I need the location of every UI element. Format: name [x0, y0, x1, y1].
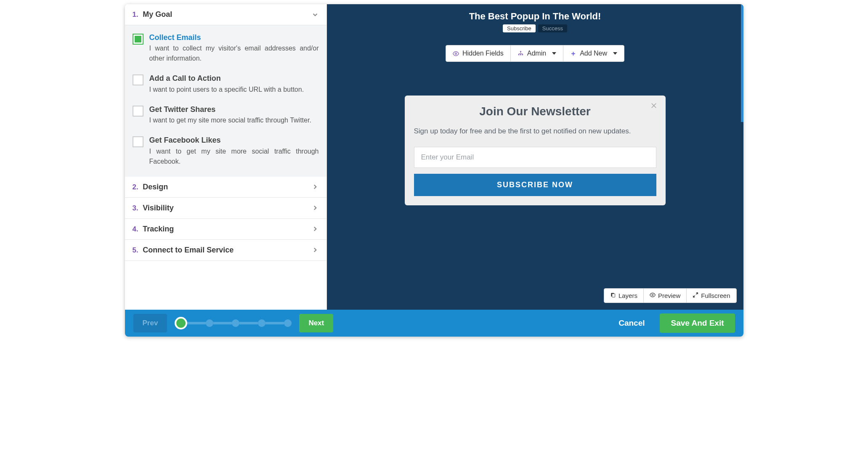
chevron-right-icon: [311, 183, 319, 191]
popup-title: The Best Popup In The World!: [469, 11, 601, 22]
step-dot-4[interactable]: [258, 319, 265, 327]
eye-icon: [650, 292, 656, 299]
prev-button[interactable]: Prev: [133, 314, 167, 332]
expand-icon: [693, 292, 698, 299]
app-frame: 1. My Goal Collect Emails I want to coll…: [125, 4, 743, 337]
goal-options-panel: Collect Emails I want to collect my visi…: [125, 25, 326, 177]
section-num: 4.: [133, 225, 138, 233]
section-label: Design: [143, 183, 168, 191]
checkbox-icon: [133, 34, 143, 45]
svg-point-0: [455, 53, 457, 54]
fullscreen-button[interactable]: Fullscreen: [687, 289, 736, 303]
checkbox-icon: [133, 136, 143, 147]
svg-rect-4: [522, 54, 523, 55]
section-label: Tracking: [143, 225, 174, 233]
layers-button[interactable]: Layers: [604, 289, 644, 303]
tab-subscribe[interactable]: Subscribe: [503, 24, 536, 32]
close-icon[interactable]: [650, 101, 658, 112]
toolbar-label: Add New: [580, 50, 607, 57]
svg-marker-5: [552, 52, 556, 55]
chevron-right-icon: [311, 204, 319, 212]
section-label: Connect to Email Service: [143, 246, 234, 254]
step-line: [187, 322, 206, 324]
plus-icon: [570, 50, 576, 57]
goal-title: Add a Call to Action: [149, 74, 304, 83]
state-tabs: Subscribe Success: [503, 24, 567, 32]
accordion-email-service[interactable]: 5. Connect to Email Service: [125, 240, 326, 261]
goal-desc: I want to get my site more social traffi…: [149, 146, 319, 167]
main-row: 1. My Goal Collect Emails I want to coll…: [125, 4, 743, 310]
accordion-my-goal[interactable]: 1. My Goal: [125, 4, 326, 25]
section-num: 2.: [133, 183, 138, 191]
sidebar: 1. My Goal Collect Emails I want to coll…: [125, 4, 327, 310]
next-button[interactable]: Next: [299, 314, 333, 332]
eye-icon: [453, 50, 459, 57]
section-num: 1.: [133, 11, 138, 19]
footer-bar: Prev Next Cancel Save And Exit: [125, 310, 743, 337]
tab-success[interactable]: Success: [538, 24, 567, 32]
chevron-right-icon: [311, 246, 319, 254]
step-dot-2[interactable]: [206, 319, 213, 327]
canvas-scrollbar[interactable]: [741, 4, 743, 122]
step-dot-3[interactable]: [232, 319, 239, 327]
chevron-right-icon: [311, 225, 319, 233]
vbtn-label: Fullscreen: [701, 292, 730, 299]
svg-rect-10: [612, 294, 615, 297]
goal-desc: I want to collect my visitor's email add…: [149, 43, 319, 64]
step-dot-5[interactable]: [284, 319, 292, 327]
accordion-tracking[interactable]: 4. Tracking: [125, 219, 326, 240]
goal-desc: I want to get my site more social traffi…: [149, 115, 311, 125]
email-input[interactable]: [414, 147, 656, 168]
step-line: [213, 322, 232, 324]
save-and-exit-button[interactable]: Save And Exit: [660, 313, 735, 333]
popup-body: Sign up today for free and be the first …: [414, 126, 656, 137]
accordion-design[interactable]: 2. Design: [125, 177, 326, 198]
step-dot-1[interactable]: [175, 317, 187, 329]
view-controls: Layers Preview Fullscreen: [604, 288, 737, 303]
goal-title: Get Facebook Likes: [149, 135, 319, 145]
vbtn-label: Preview: [658, 292, 680, 299]
vbtn-label: Layers: [618, 292, 637, 299]
section-label: Visibility: [143, 204, 174, 212]
svg-marker-8: [613, 52, 617, 55]
canvas-toolbar: Hidden Fields Admin Add New: [446, 45, 624, 62]
sitemap-icon: [518, 50, 524, 57]
checkbox-icon: [133, 74, 143, 85]
step-line: [265, 322, 284, 324]
section-num: 5.: [133, 246, 138, 254]
step-line: [239, 322, 258, 324]
preview-button[interactable]: Preview: [644, 289, 687, 303]
subscribe-button[interactable]: SUBSCRIBE NOW: [414, 174, 656, 196]
goal-collect-emails[interactable]: Collect Emails I want to collect my visi…: [133, 33, 319, 64]
goal-title: Get Twitter Shares: [149, 105, 311, 114]
svg-point-11: [652, 294, 653, 296]
section-label: My Goal: [143, 10, 172, 19]
toolbar-label: Admin: [527, 50, 546, 57]
layers-icon: [610, 292, 616, 299]
footer-right: Cancel Save And Exit: [611, 313, 735, 333]
add-new-dropdown[interactable]: Add New: [563, 45, 624, 61]
accordion-visibility[interactable]: 3. Visibility: [125, 198, 326, 219]
admin-dropdown[interactable]: Admin: [511, 45, 563, 61]
goal-twitter-shares[interactable]: Get Twitter Shares I want to get my site…: [133, 105, 319, 125]
goal-desc: I want to point users to a specific URL …: [149, 85, 304, 95]
svg-rect-2: [518, 54, 520, 55]
goal-title: Collect Emails: [149, 33, 319, 42]
goal-call-to-action[interactable]: Add a Call to Action I want to point use…: [133, 74, 319, 94]
caret-down-icon: [613, 50, 617, 57]
hidden-fields-button[interactable]: Hidden Fields: [446, 45, 511, 61]
preview-canvas: The Best Popup In The World! Subscribe S…: [327, 4, 743, 310]
cancel-button[interactable]: Cancel: [611, 314, 652, 332]
goal-facebook-likes[interactable]: Get Facebook Likes I want to get my site…: [133, 135, 319, 166]
popup-preview: Join Our Newsletter Sign up today for fr…: [405, 96, 666, 205]
toolbar-label: Hidden Fields: [462, 50, 504, 57]
caret-down-icon: [552, 50, 556, 57]
chevron-down-icon: [311, 11, 319, 19]
svg-rect-1: [520, 51, 521, 52]
popup-heading: Join Our Newsletter: [414, 105, 656, 118]
footer-left: Prev Next: [133, 314, 334, 332]
checkbox-icon: [133, 106, 143, 117]
svg-rect-3: [520, 54, 521, 55]
step-indicator: [175, 317, 292, 329]
section-num: 3.: [133, 204, 138, 212]
